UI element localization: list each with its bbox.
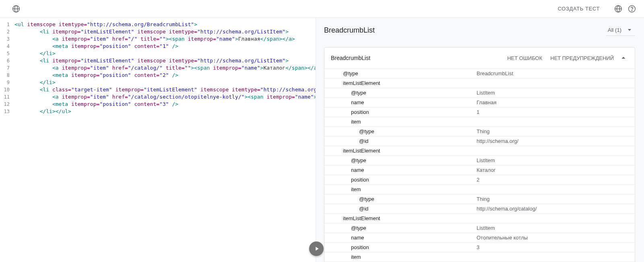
table-row: @idhttp://schema.org/catalog/ xyxy=(324,204,635,214)
results-title: BreadcrumbList xyxy=(324,26,375,35)
table-row: itemListElement xyxy=(324,78,635,88)
table-row: @typeThing xyxy=(324,127,635,136)
dropdown-icon xyxy=(625,26,634,34)
table-row: @typeListItem xyxy=(324,88,635,98)
table-row: nameКаталог xyxy=(324,165,635,175)
code-editor[interactable]: <ul itemscope itemtype="http://schema.or… xyxy=(12,18,316,262)
table-row: @typeBreadcrumbList xyxy=(324,69,635,78)
table-row: position3 xyxy=(324,243,635,252)
results-pane: BreadcrumbList All (1) BreadcrumbList НЕ… xyxy=(316,18,644,262)
play-icon xyxy=(314,245,320,252)
results-header: BreadcrumbList All (1) xyxy=(324,25,635,36)
table-row: item xyxy=(324,185,635,194)
result-card-header[interactable]: BreadcrumbList НЕТ ОШИБОК НЕТ ПРЕДУПРЕЖД… xyxy=(324,47,635,68)
top-header: СОЗДАТЬ ТЕСТ xyxy=(0,0,644,18)
table-row: position2 xyxy=(324,175,635,185)
language-icon[interactable] xyxy=(613,4,623,14)
table-row: nameГлавная xyxy=(324,98,635,107)
table-row: nameОтопительные котлы xyxy=(324,233,635,243)
table-row: @idhttp://schema.org/ xyxy=(324,136,635,146)
create-test-button[interactable]: СОЗДАТЬ ТЕСТ xyxy=(558,6,600,12)
table-row: @typeListItem xyxy=(324,156,635,165)
card-title: BreadcrumbList xyxy=(331,55,370,61)
filter-label: All (1) xyxy=(608,27,621,33)
table-row: item xyxy=(324,252,635,262)
result-card: BreadcrumbList НЕТ ОШИБОК НЕТ ПРЕДУПРЕЖД… xyxy=(324,47,635,262)
collapse-icon[interactable] xyxy=(619,53,628,63)
no-errors-badge: НЕТ ОШИБОК xyxy=(507,55,542,61)
table-row: @typeListItem xyxy=(324,223,635,233)
table-row: item xyxy=(324,117,635,127)
main-split: 12345678910111213 <ul itemscope itemtype… xyxy=(0,18,644,262)
globe-icon[interactable] xyxy=(11,4,21,14)
help-icon[interactable] xyxy=(627,4,637,14)
table-row: @typeThing xyxy=(324,194,635,204)
table-row: itemListElement xyxy=(324,214,635,223)
no-warnings-badge: НЕТ ПРЕДУПРЕЖДЕНИЙ xyxy=(550,55,614,61)
svg-point-5 xyxy=(632,10,632,10)
table-row: itemListElement xyxy=(324,146,635,156)
table-row: position1 xyxy=(324,107,635,117)
line-gutter: 12345678910111213 xyxy=(0,18,12,262)
code-pane: 12345678910111213 <ul itemscope itemtype… xyxy=(0,18,316,262)
result-table: @typeBreadcrumbListitemListElement@typeL… xyxy=(324,68,635,262)
filter-dropdown[interactable]: All (1) xyxy=(606,25,635,36)
run-button[interactable] xyxy=(309,241,324,256)
